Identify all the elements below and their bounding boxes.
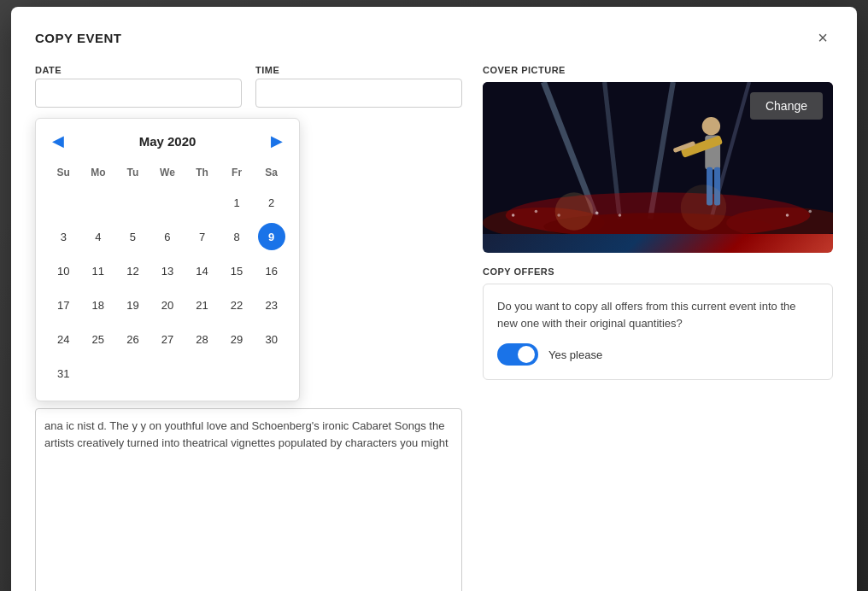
calendar-day[interactable]: 5 — [119, 223, 146, 250]
calendar-day[interactable]: 4 — [85, 223, 112, 250]
calendar-day[interactable]: 16 — [258, 257, 285, 284]
calendar-day[interactable]: 18 — [85, 291, 112, 319]
calendar-day-cell: 1 — [220, 185, 255, 219]
calendar-dropdown: ◀ May 2020 ▶ Su Mo Tu We Th Fr — [35, 118, 300, 401]
calendar-week-row: 17181920212223 — [46, 288, 289, 322]
calendar-day[interactable]: 30 — [258, 325, 285, 353]
svg-point-9 — [702, 117, 720, 135]
date-label: DATE — [35, 65, 242, 75]
calendar-day-cell: 11 — [81, 254, 116, 288]
calendar-day-cell — [220, 356, 255, 390]
cover-picture-section: COVER PICTURE — [483, 65, 833, 253]
calendar-day[interactable]: 26 — [119, 325, 146, 353]
calendar-day-cell: 27 — [150, 322, 185, 356]
calendar-day[interactable]: 14 — [189, 257, 216, 284]
svg-point-21 — [619, 214, 622, 217]
day-header-we: We — [150, 163, 185, 185]
day-header-fr: Fr — [220, 163, 255, 185]
calendar-day-cell: 2 — [254, 185, 289, 219]
calendar-day[interactable]: 28 — [189, 325, 216, 353]
calendar-day-cell: 5 — [115, 219, 150, 254]
calendar-day[interactable]: 25 — [85, 325, 112, 353]
calendar-day[interactable]: 20 — [154, 291, 181, 319]
calendar-day-cell: 16 — [254, 254, 289, 288]
calendar-day-cell: 8 — [220, 219, 255, 254]
calendar-day[interactable]: 29 — [223, 325, 250, 353]
right-panel: COVER PICTURE — [483, 65, 833, 591]
copy-offers-section: COPY OFFERS Do you want to copy all offe… — [483, 266, 833, 380]
calendar-day[interactable]: 7 — [189, 223, 216, 250]
toggle-slider — [497, 343, 538, 366]
calendar-day[interactable]: 12 — [119, 257, 146, 284]
copy-offers-description: Do you want to copy all offers from this… — [497, 298, 818, 331]
close-button[interactable]: × — [812, 27, 833, 48]
calendar-day-cell: 3 — [46, 219, 81, 254]
calendar-day[interactable]: 21 — [189, 291, 216, 319]
calendar-day[interactable]: 15 — [223, 257, 250, 284]
calendar-day[interactable]: 8 — [223, 223, 250, 250]
toggle-label-text: Yes please — [548, 348, 602, 361]
calendar-day[interactable]: 3 — [50, 223, 77, 250]
calendar-day[interactable]: 6 — [154, 223, 181, 250]
day-header-th: Th — [185, 163, 220, 185]
calendar-day-cell: 30 — [254, 322, 289, 356]
calendar-day-cell: 25 — [81, 322, 116, 356]
calendar-day-cell — [81, 356, 116, 390]
calendar-day-cell: 14 — [185, 254, 220, 288]
calendar-day[interactable]: 23 — [258, 291, 285, 319]
calendar-day-cell: 9 — [254, 219, 289, 254]
calendar-day[interactable]: 10 — [50, 257, 77, 284]
svg-point-18 — [535, 210, 538, 214]
calendar-day[interactable]: 27 — [154, 325, 181, 353]
calendar-day-cell: 29 — [220, 322, 255, 356]
calendar-day-cell: 13 — [150, 254, 185, 288]
calendar-day[interactable]: 9 — [258, 223, 285, 250]
calendar-day-cell: 12 — [115, 254, 150, 288]
calendar-day-cell — [150, 185, 185, 219]
calendar-day-cell: 26 — [115, 322, 150, 356]
calendar-day-cell: 7 — [185, 219, 220, 254]
day-header-tu: Tu — [115, 163, 150, 185]
calendar-week-row: 24252627282930 — [46, 322, 289, 356]
calendar-day-cell — [185, 185, 220, 219]
calendar-week-row: 3456789 — [46, 219, 289, 254]
calendar-day-cell — [254, 356, 289, 390]
svg-point-22 — [786, 214, 789, 217]
calendar-day-cell — [115, 356, 150, 390]
calendar-day[interactable]: 24 — [50, 325, 77, 353]
calendar-day-cell: 28 — [185, 322, 220, 356]
calendar-day[interactable]: 17 — [50, 291, 77, 319]
calendar-day-cell: 15 — [220, 254, 255, 288]
description-text: ana ic nist d. The y y on youthful love … — [44, 418, 453, 451]
day-header-su: Su — [46, 163, 81, 185]
calendar-day[interactable]: 1 — [223, 189, 250, 216]
calendar-prev-button[interactable]: ◀ — [46, 129, 70, 153]
date-input[interactable] — [35, 79, 242, 108]
copy-offers-box: Do you want to copy all offers from this… — [483, 284, 833, 380]
description-area[interactable]: ana ic nist d. The y y on youthful love … — [35, 408, 462, 591]
calendar-day[interactable]: 31 — [50, 360, 77, 387]
calendar-next-button[interactable]: ▶ — [265, 129, 289, 153]
calendar-month-year: May 2020 — [139, 134, 196, 149]
calendar-day[interactable]: 19 — [119, 291, 146, 319]
calendar-day[interactable]: 13 — [154, 257, 181, 284]
calendar-day-cell: 21 — [185, 288, 220, 322]
calendar-day[interactable]: 22 — [223, 291, 250, 319]
calendar-day-cell: 10 — [46, 254, 81, 288]
time-input[interactable] — [255, 79, 462, 108]
calendar-day-cell: 23 — [254, 288, 289, 322]
copy-offers-label: COPY OFFERS — [483, 266, 833, 277]
date-field-group: DATE — [35, 65, 242, 108]
time-label: TIME — [255, 65, 462, 75]
calendar-day-cell — [46, 185, 81, 219]
copy-offers-toggle[interactable] — [497, 343, 538, 366]
change-cover-button[interactable]: Change — [750, 92, 823, 120]
date-time-row: DATE TIME — [35, 65, 462, 108]
calendar-day[interactable]: 11 — [85, 257, 112, 284]
calendar-day[interactable]: 2 — [258, 189, 285, 216]
svg-point-15 — [555, 192, 594, 231]
calendar-header: ◀ May 2020 ▶ — [46, 129, 289, 153]
modal-header: COPY EVENT × — [35, 27, 833, 48]
modal-body: DATE TIME ◀ May 2020 ▶ — [35, 65, 833, 591]
calendar-day-cell: 31 — [46, 356, 81, 390]
